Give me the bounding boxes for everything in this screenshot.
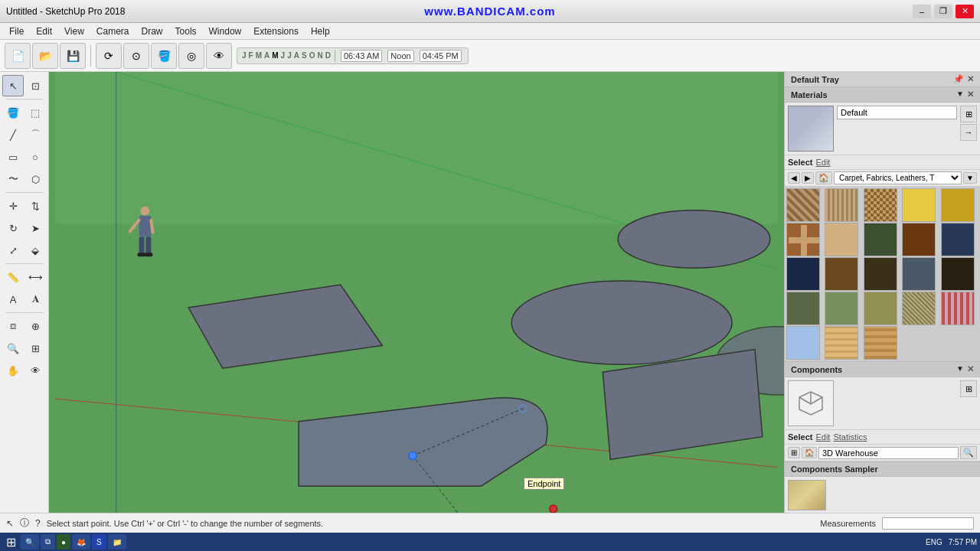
tool-zoomext[interactable]: ⊞ — [24, 337, 46, 359]
tool-text[interactable]: A — [2, 289, 24, 310]
comp-edit-label[interactable]: Edit — [815, 432, 830, 442]
tool-rotate[interactable]: ↻ — [2, 217, 24, 239]
menu-view[interactable]: View — [58, 24, 90, 38]
tool-paint[interactable]: 🪣 — [2, 102, 24, 123]
mat-nav-back[interactable]: ◀ — [788, 172, 800, 184]
mat-nav-expand[interactable]: ▼ — [963, 172, 977, 184]
close-button[interactable]: ✕ — [956, 5, 974, 18]
tool-3dtext[interactable]: 𝐀 — [24, 289, 46, 310]
minimize-button[interactable]: – — [913, 5, 931, 18]
toolbar-btn-6[interactable]: 🪣 — [151, 43, 177, 69]
components-collapse-icon[interactable]: ▼ — [956, 364, 964, 374]
components-close-icon[interactable]: ✕ — [967, 364, 974, 374]
menu-tools[interactable]: Tools — [169, 24, 203, 38]
comp-search-input[interactable] — [818, 447, 959, 459]
taskbar-search[interactable]: 🔍 — [21, 534, 39, 549]
tool-rect[interactable]: ▭ — [2, 146, 24, 168]
components-section-header[interactable]: Components ▼ ✕ — [785, 362, 980, 377]
taskbar-explorer[interactable]: 📁 — [108, 534, 126, 549]
tool-walkaround[interactable]: 👁 — [24, 360, 46, 381]
materials-close-icon[interactable]: ✕ — [967, 90, 974, 99]
menu-extensions[interactable]: Extensions — [247, 24, 305, 38]
tool-line[interactable]: ╱ — [2, 124, 24, 145]
mat-cell-3[interactable] — [864, 188, 897, 222]
time-noon[interactable]: Noon — [387, 50, 413, 62]
tool-offset[interactable]: ⬙ — [24, 240, 46, 261]
taskbar-chrome[interactable]: ● — [57, 534, 70, 549]
menu-draw[interactable]: Draw — [136, 24, 169, 38]
tool-arc[interactable]: ⌒ — [24, 124, 46, 145]
mat-cell-21[interactable] — [786, 326, 820, 360]
tool-scale[interactable]: ⤢ — [2, 240, 24, 261]
mat-cell-18[interactable] — [864, 292, 897, 325]
menu-file[interactable]: File — [3, 24, 30, 38]
mat-cell-19[interactable] — [902, 292, 936, 325]
mat-cell-16[interactable] — [786, 292, 820, 325]
tool-eraser[interactable]: ⬚ — [24, 102, 46, 123]
toolbar-btn-8[interactable]: 👁 — [206, 43, 232, 69]
comp-home-btn[interactable]: 🏠 — [802, 447, 817, 458]
mat-cell-23[interactable] — [864, 326, 897, 360]
tool-followme[interactable]: ➤ — [24, 217, 46, 239]
taskbar-taskview[interactable]: ⧉ — [41, 534, 55, 549]
comp-grid-btn[interactable]: ⊞ — [788, 447, 800, 458]
mat-cell-9[interactable] — [902, 223, 936, 256]
toolbar-btn-1[interactable]: 📄 — [5, 43, 31, 69]
toolbar-btn-4[interactable]: ⟳ — [96, 43, 122, 69]
mat-cell-1[interactable] — [786, 188, 820, 222]
menu-help[interactable]: Help — [305, 24, 336, 38]
toolbar-btn-3[interactable]: 💾 — [60, 43, 86, 69]
comp-search-button[interactable]: 🔍 — [960, 446, 977, 459]
mat-cell-6[interactable] — [786, 223, 820, 256]
tool-move[interactable]: ✛ — [2, 195, 24, 217]
tool-pushpull[interactable]: ⇅ — [24, 195, 46, 217]
time-afternoon[interactable]: 04:45 PM — [420, 50, 462, 62]
mat-category-dropdown[interactable]: Carpet, Fabrics, Leathers, T — [834, 171, 962, 184]
material-name-input[interactable] — [837, 106, 957, 119]
mat-cell-4[interactable] — [902, 188, 936, 222]
tool-tape[interactable]: 📏 — [2, 266, 24, 288]
tool-pan[interactable]: ✋ — [2, 360, 24, 381]
comp-btn-1[interactable]: ⊞ — [960, 380, 977, 397]
mat-edit-label[interactable]: Edit — [815, 158, 830, 167]
materials-collapse-icon[interactable]: ▼ — [956, 90, 964, 99]
tool-axes[interactable]: ⊕ — [24, 315, 46, 337]
menu-camera[interactable]: Camera — [90, 24, 136, 38]
time-morning[interactable]: 06:43 AM — [341, 50, 382, 62]
mat-cell-15[interactable] — [941, 257, 975, 291]
start-button[interactable]: ⊞ — [3, 535, 19, 549]
comp-select-label[interactable]: Select — [788, 432, 812, 442]
toolbar-btn-7[interactable]: ◎ — [178, 43, 204, 69]
tool-circle[interactable]: ○ — [24, 146, 46, 168]
mat-arrow-btn[interactable]: → — [960, 124, 977, 141]
toolbar-btn-5[interactable]: ⊙ — [123, 43, 149, 69]
menu-window[interactable]: Window — [203, 24, 248, 38]
tool-zoom[interactable]: 🔍 — [2, 337, 24, 359]
tray-close-icon[interactable]: ✕ — [967, 74, 974, 84]
mat-cell-13[interactable] — [864, 257, 897, 291]
mat-cell-14[interactable] — [902, 257, 936, 291]
mat-cell-5[interactable] — [941, 188, 975, 222]
tray-pin-icon[interactable]: 📌 — [953, 74, 964, 84]
taskbar-sketchup[interactable]: S — [92, 534, 106, 549]
mat-cell-2[interactable] — [825, 188, 858, 222]
taskbar-firefox[interactable]: 🦊 — [72, 534, 90, 549]
mat-nav-home[interactable]: 🏠 — [815, 171, 832, 184]
comp-statistics-label[interactable]: Statistics — [833, 432, 867, 442]
restore-button[interactable]: ❐ — [934, 5, 952, 18]
mat-cell-11[interactable] — [786, 257, 820, 291]
tool-dim[interactable]: ⟷ — [24, 266, 46, 288]
mat-cell-17[interactable] — [825, 292, 858, 325]
tool-sectionplane[interactable]: ⧈ — [2, 315, 24, 337]
canvas-area[interactable]: Endpoint — [49, 72, 784, 513]
mat-swatch-btn[interactable]: ⊞ — [960, 106, 977, 122]
menu-edit[interactable]: Edit — [30, 24, 58, 38]
mat-select-label[interactable]: Select — [788, 158, 812, 167]
mat-cell-7[interactable] — [825, 223, 858, 256]
tool-orbit[interactable]: ⊡ — [24, 75, 46, 96]
mat-cell-12[interactable] — [825, 257, 858, 291]
toolbar-btn-2[interactable]: 📂 — [32, 43, 58, 69]
mat-nav-forward[interactable]: ▶ — [802, 172, 814, 184]
mat-cell-10[interactable] — [941, 223, 975, 256]
mat-cell-20[interactable] — [941, 292, 975, 325]
